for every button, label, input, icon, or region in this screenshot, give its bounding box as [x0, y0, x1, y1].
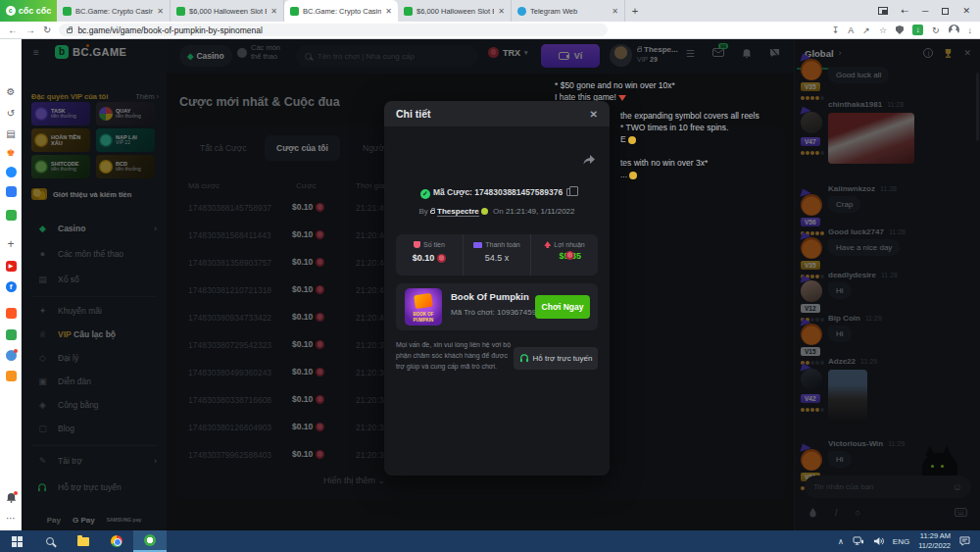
youtube-icon[interactable]: ▶	[0, 259, 22, 272]
browser-tab[interactable]: Telegram Web✕	[512, 0, 625, 22]
trx-coin-icon	[437, 254, 446, 263]
ghost-chat-line: E	[620, 134, 636, 144]
modal-title: Chi tiết	[396, 108, 431, 120]
tab-close-icon[interactable]: ✕	[385, 7, 392, 16]
facebook-icon[interactable]: f	[0, 280, 22, 292]
bcgame-favicon	[63, 7, 72, 16]
ghost-chat-line: tes with no win over 3x*	[620, 158, 708, 168]
play-now-button[interactable]: Chơi Ngay	[535, 295, 590, 319]
amount-icon	[414, 241, 420, 248]
live-support-button[interactable]: Hỗ trợ trực tuyến	[514, 347, 598, 370]
bettor-name[interactable]: Thespectre	[437, 207, 479, 217]
headset-icon	[519, 354, 529, 363]
coccoc-logo[interactable]: ccốc cốc	[0, 0, 57, 22]
ghost-chat-line: * $50 gone and no win over 10x*	[555, 80, 675, 90]
sticker-app-icon[interactable]	[0, 350, 22, 363]
share-icon[interactable]	[582, 154, 596, 166]
bookmark-star-icon[interactable]: ☆	[879, 25, 887, 35]
shopping-app-icon[interactable]	[0, 308, 22, 321]
network-icon[interactable]	[853, 536, 864, 546]
bcgame-favicon	[176, 7, 185, 16]
browser-tab-active[interactable]: BC.Game: Crypto Casino Gan✕	[284, 0, 398, 22]
adblock-shield-icon[interactable]	[896, 25, 904, 34]
browser-side-rail: ⚙ ↺ ▤ ♚ + ▶ f ⋯	[0, 39, 22, 530]
game-thumbnail[interactable]: BOOK OF PUMPKIN	[405, 288, 442, 326]
downloads-icon[interactable]: ↓	[968, 25, 973, 35]
maximize-button[interactable]	[942, 8, 949, 15]
bet-datetime: 21:21:49, 1/11/2022	[506, 207, 575, 216]
close-button[interactable]: ✕	[962, 6, 970, 16]
language-indicator[interactable]: ENG	[893, 537, 909, 546]
verified-check-icon: ✓	[420, 189, 430, 199]
sidebar-toggle-icon[interactable]: ⇠	[902, 6, 909, 16]
browser-tab[interactable]: $6,000 Halloween Slot Battle✕	[171, 0, 284, 22]
bet-id-text: Mã Cược: 1748303881457589376	[433, 187, 563, 197]
reload-icon[interactable]: ↻	[43, 25, 51, 35]
save-page-icon[interactable]: ↧	[832, 25, 840, 35]
hot-trending-icon[interactable]: ♚	[0, 147, 22, 158]
browser-tab-bar: ccốc cốc BC.Game: Crypto Casino Gan✕ $6,…	[0, 0, 980, 22]
file-explorer-icon[interactable]	[67, 530, 100, 552]
emoji-icon	[628, 136, 636, 144]
tab-close-icon[interactable]: ✕	[612, 7, 618, 16]
volume-icon[interactable]	[873, 536, 884, 546]
ghost-chat-line: ...	[620, 170, 637, 179]
game-card: BOOK OF PUMPKIN Book Of Pumpkin Mã Trò c…	[396, 283, 598, 330]
settings-gear-icon[interactable]: ⚙	[0, 86, 22, 97]
new-tab-button[interactable]: +	[625, 0, 645, 22]
lock-icon	[430, 210, 435, 214]
browser-tab[interactable]: $6,000 Halloween Slot Battle✕	[398, 0, 512, 22]
chrome-icon[interactable]	[100, 530, 133, 552]
add-shortcut-icon[interactable]: +	[0, 237, 22, 251]
bet-stats: Số tiền$0.10 Thanh toán54.5 x Lợi nhuận$…	[396, 234, 598, 276]
pip-icon[interactable]	[878, 7, 888, 15]
telegram-favicon	[517, 7, 526, 16]
more-options-icon[interactable]: ⋯	[0, 513, 22, 524]
game-title: Book Of Pumpkin	[451, 291, 529, 302]
games-icon[interactable]	[0, 210, 22, 223]
url-box[interactable]: bc.game/vi/game/book-of-pumpkin-by-spino…	[59, 24, 608, 36]
tab-close-icon[interactable]: ✕	[498, 7, 505, 16]
bcgame-favicon	[404, 7, 413, 16]
tab-close-icon[interactable]: ✕	[157, 7, 164, 16]
payout-icon	[473, 242, 482, 248]
start-button[interactable]	[0, 530, 33, 552]
windows-taskbar: ∧ ENG 11:29 AM11/2/2022	[0, 530, 980, 552]
action-center-icon[interactable]	[959, 536, 970, 546]
https-lock-icon	[67, 28, 73, 33]
coccoc-taskbar-icon[interactable]	[133, 530, 167, 552]
translate-icon[interactable]: A	[848, 25, 854, 35]
cart-icon[interactable]	[0, 371, 22, 383]
support-note: Mọi vấn đề, xin vui lòng liên hệ với bộ …	[396, 340, 512, 373]
bcgame-favicon	[290, 7, 299, 16]
url-text: bc.game/vi/game/book-of-pumpkin-by-spino…	[77, 25, 263, 35]
taskbar-search-icon[interactable]	[33, 530, 67, 552]
modal-close-icon[interactable]: ✕	[590, 109, 598, 120]
zalo-icon[interactable]	[0, 186, 22, 199]
copy-icon[interactable]	[566, 188, 573, 196]
tray-expand-icon[interactable]: ∧	[838, 537, 844, 546]
messenger-icon[interactable]	[0, 167, 22, 179]
profit-icon	[544, 241, 551, 248]
trx-coin-icon	[565, 251, 574, 260]
gift-icon[interactable]	[0, 329, 22, 342]
emoji-icon	[629, 172, 637, 179]
notification-bell-icon[interactable]	[0, 492, 22, 503]
history-icon[interactable]: ↺	[0, 108, 22, 119]
reading-list-icon[interactable]: ▤	[0, 128, 22, 139]
address-bar: ← → ↻ bc.game/vi/game/book-of-pumpkin-by…	[0, 22, 980, 39]
sync-icon[interactable]: ↻	[932, 25, 940, 35]
user-badge-icon	[481, 208, 488, 215]
back-icon[interactable]: ←	[8, 25, 18, 35]
profile-avatar-icon[interactable]	[949, 25, 959, 35]
browser-tab[interactable]: BC.Game: Crypto Casino Gan✕	[57, 0, 171, 22]
tab-close-icon[interactable]: ✕	[270, 7, 277, 16]
share-page-icon[interactable]: ↗	[862, 25, 870, 35]
ghost-chat-line: * TWO times in 10 free spins.	[620, 123, 728, 132]
system-clock[interactable]: 11:29 AM11/2/2022	[918, 531, 951, 551]
ghost-chat-line: the expanding symbol covers all reels	[620, 111, 760, 121]
thumbs-down-icon	[618, 95, 626, 101]
minimize-button[interactable]: ─	[922, 6, 928, 16]
forward-icon[interactable]: →	[25, 25, 35, 35]
download-manager-icon[interactable]: ↓	[912, 25, 923, 35]
